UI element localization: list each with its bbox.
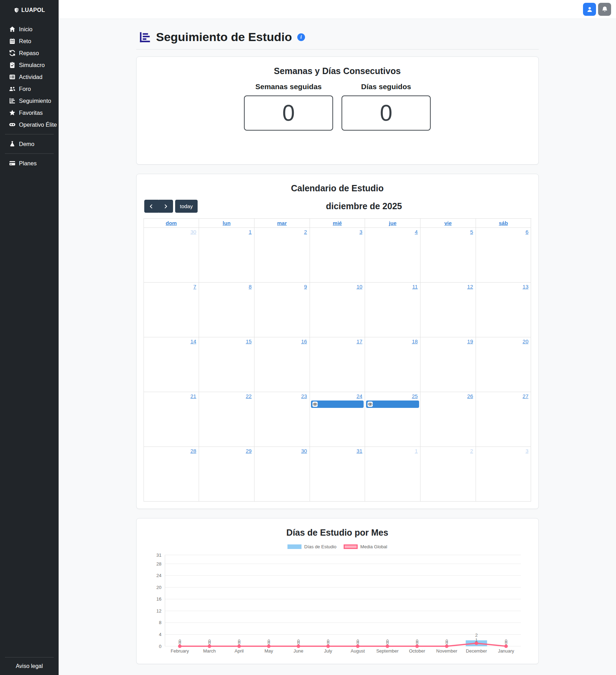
calendar-date-link[interactable]: 25 xyxy=(412,393,418,399)
calendar-date-link[interactable]: 14 xyxy=(191,338,197,344)
calendar-day-cell[interactable]: 6 xyxy=(476,228,531,283)
calendar-day-cell[interactable]: 22 xyxy=(199,392,254,447)
calendar-day-cell[interactable]: 1 xyxy=(199,228,254,283)
calendar-date-link[interactable]: 1 xyxy=(415,448,418,454)
sidebar-item-actividad[interactable]: Actividad xyxy=(0,71,59,83)
calendar-day-header-jue[interactable]: jue xyxy=(389,220,397,226)
calendar-day-cell[interactable]: 18 xyxy=(365,337,420,392)
calendar-day-header-vie[interactable]: vie xyxy=(444,220,452,226)
calendar-day-cell[interactable]: 1 xyxy=(365,447,420,502)
calendar-date-link[interactable]: 17 xyxy=(357,338,363,344)
sidebar-item-demo[interactable]: Demo xyxy=(0,138,59,150)
calendar-date-link[interactable]: 24 xyxy=(357,393,363,399)
calendar-date-link[interactable]: 31 xyxy=(357,448,363,454)
calendar-date-link[interactable]: 30 xyxy=(301,448,307,454)
calendar-day-cell[interactable]: 8 xyxy=(199,283,254,337)
calendar-day-cell[interactable]: 25 xyxy=(365,392,420,447)
calendar-day-cell[interactable]: 3 xyxy=(476,447,531,502)
calendar-next-button[interactable] xyxy=(159,200,173,213)
calendar-date-link[interactable]: 7 xyxy=(193,284,196,290)
sidebar-item-seguimiento[interactable]: Seguimiento xyxy=(0,95,59,107)
calendar-day-cell[interactable]: 31 xyxy=(310,447,365,502)
calendar-date-link[interactable]: 16 xyxy=(301,338,307,344)
calendar-day-cell[interactable]: 15 xyxy=(199,337,254,392)
calendar-date-link[interactable]: 1 xyxy=(249,229,252,235)
calendar-date-link[interactable]: 6 xyxy=(525,229,528,235)
sidebar-item-reto[interactable]: Reto xyxy=(0,35,59,47)
calendar-date-link[interactable]: 8 xyxy=(249,284,252,290)
calendar-date-link[interactable]: 30 xyxy=(191,229,197,235)
calendar-day-cell[interactable]: 14 xyxy=(144,337,199,392)
brand-link[interactable]: LUAPOL xyxy=(0,1,59,19)
calendar-date-link[interactable]: 13 xyxy=(523,284,529,290)
calendar-date-link[interactable]: 5 xyxy=(470,229,473,235)
legend-item-media-global[interactable]: Media Global xyxy=(344,544,388,549)
calendar-day-cell[interactable]: 17 xyxy=(310,337,365,392)
calendar-day-header-sab[interactable]: sáb xyxy=(499,220,508,226)
calendar-date-link[interactable]: 26 xyxy=(467,393,473,399)
calendar-day-cell[interactable]: 23 xyxy=(254,392,310,447)
calendar-day-cell[interactable]: 11 xyxy=(365,283,420,337)
calendar-date-link[interactable]: 2 xyxy=(304,229,307,235)
calendar-prev-button[interactable] xyxy=(144,200,159,213)
calendar-date-link[interactable]: 3 xyxy=(359,229,362,235)
calendar-day-cell[interactable]: 10 xyxy=(310,283,365,337)
calendar-date-link[interactable]: 9 xyxy=(304,284,307,290)
calendar-day-cell[interactable]: 4 xyxy=(365,228,420,283)
calendar-day-cell[interactable]: 5 xyxy=(420,228,476,283)
calendar-date-link[interactable]: 4 xyxy=(415,229,418,235)
sidebar-item-operativo-elite[interactable]: Operativo Élite xyxy=(0,119,59,131)
calendar-day-cell[interactable]: 12 xyxy=(420,283,476,337)
info-icon[interactable]: i xyxy=(297,33,305,41)
calendar-day-cell[interactable]: 20 xyxy=(476,337,531,392)
calendar-day-cell[interactable]: 21 xyxy=(144,392,199,447)
calendar-day-cell[interactable]: 30 xyxy=(144,228,199,283)
calendar-day-cell[interactable]: 19 xyxy=(420,337,476,392)
calendar-date-link[interactable]: 2 xyxy=(470,448,473,454)
calendar-date-link[interactable]: 29 xyxy=(246,448,252,454)
calendar-date-link[interactable]: 19 xyxy=(467,338,473,344)
calendar-date-link[interactable]: 23 xyxy=(301,393,307,399)
calendar-day-cell[interactable]: 24 xyxy=(310,392,365,447)
sidebar-item-inicio[interactable]: Inicio xyxy=(0,23,59,35)
profile-button[interactable] xyxy=(583,3,596,16)
calendar-date-link[interactable]: 21 xyxy=(191,393,197,399)
calendar-date-link[interactable]: 18 xyxy=(412,338,418,344)
calendar-day-cell[interactable]: 2 xyxy=(254,228,310,283)
calendar-date-link[interactable]: 27 xyxy=(523,393,529,399)
calendar-day-cell[interactable]: 27 xyxy=(476,392,531,447)
calendar-day-cell[interactable]: 29 xyxy=(199,447,254,502)
calendar-day-cell[interactable]: 30 xyxy=(254,447,310,502)
calendar-date-link[interactable]: 20 xyxy=(523,338,529,344)
calendar-day-cell[interactable]: 16 xyxy=(254,337,310,392)
calendar-today-button[interactable]: today xyxy=(175,200,198,213)
calendar-event[interactable] xyxy=(311,401,364,408)
calendar-day-cell[interactable]: 7 xyxy=(144,283,199,337)
calendar-day-cell[interactable]: 26 xyxy=(420,392,476,447)
sidebar-item-simulacro[interactable]: Simulacro xyxy=(0,59,59,71)
calendar-date-link[interactable]: 11 xyxy=(412,284,418,290)
calendar-date-link[interactable]: 10 xyxy=(357,284,363,290)
calendar-day-cell[interactable]: 9 xyxy=(254,283,310,337)
calendar-day-cell[interactable]: 2 xyxy=(420,447,476,502)
calendar-date-link[interactable]: 22 xyxy=(246,393,252,399)
calendar-day-header-lun[interactable]: lun xyxy=(223,220,231,226)
legend-item-dias-de-estudio[interactable]: Días de Estudio xyxy=(287,544,337,549)
calendar-date-link[interactable]: 12 xyxy=(467,284,473,290)
calendar-event[interactable] xyxy=(366,401,419,408)
calendar-day-header-mie[interactable]: mié xyxy=(333,220,342,226)
calendar-day-header-mar[interactable]: mar xyxy=(277,220,287,226)
calendar-day-cell[interactable]: 28 xyxy=(144,447,199,502)
calendar-day-header-dom[interactable]: dom xyxy=(166,220,177,226)
calendar-date-link[interactable]: 15 xyxy=(246,338,252,344)
sidebar-item-repaso[interactable]: Repaso xyxy=(0,47,59,59)
sidebar-item-planes[interactable]: Planes xyxy=(0,157,59,169)
calendar-day-cell[interactable]: 13 xyxy=(476,283,531,337)
sidebar-item-foro[interactable]: Foro xyxy=(0,83,59,95)
calendar-date-link[interactable]: 3 xyxy=(525,448,528,454)
calendar-date-link[interactable]: 28 xyxy=(191,448,197,454)
calendar-day-cell[interactable]: 3 xyxy=(310,228,365,283)
sidebar-item-favoritas[interactable]: Favoritas xyxy=(0,107,59,119)
notifications-button[interactable] xyxy=(598,3,611,16)
aviso-legal-link[interactable]: Aviso legal xyxy=(0,663,59,669)
